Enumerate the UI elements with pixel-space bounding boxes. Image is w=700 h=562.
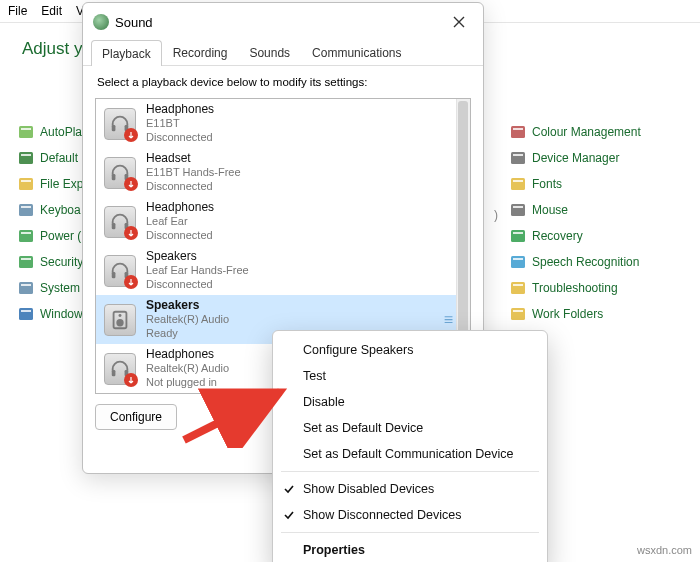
device-row-1[interactable]: Headset E11BT Hands-Free Disconnected [96, 148, 470, 197]
cpl-icon [18, 228, 34, 244]
device-subtitle: Leaf Ear Hands-Free [146, 264, 249, 278]
dialog-tabs: PlaybackRecordingSoundsCommunications [83, 39, 483, 66]
cpl-link-label: File Exp [40, 177, 83, 191]
cpl-icon [510, 176, 526, 192]
cpl-icon [510, 228, 526, 244]
configure-button[interactable]: Configure [95, 404, 177, 430]
cpl-link-right-3[interactable]: Mouse [510, 202, 641, 218]
svg-rect-3 [21, 154, 31, 156]
cpl-link-left-2[interactable]: File Exp [18, 176, 83, 192]
instruction-text: Select a playback device below to modify… [83, 66, 483, 94]
control-panel-right-column: Colour ManagementDevice ManagerFontsMous… [510, 124, 641, 322]
svg-rect-23 [513, 206, 523, 208]
svg-rect-43 [112, 369, 116, 375]
device-subtitle: E11BT Hands-Free [146, 166, 241, 180]
cpl-icon [510, 150, 526, 166]
cpl-icon [18, 306, 34, 322]
tab-sounds[interactable]: Sounds [238, 39, 301, 65]
truncated-text: ) [494, 208, 498, 222]
device-row-0[interactable]: Headphones E11BT Disconnected [96, 99, 470, 148]
cpl-link-left-3[interactable]: Keyboa [18, 202, 83, 218]
context-menu-label: Properties [303, 543, 365, 557]
context-menu-item-6[interactable]: Show Disabled Devices [273, 476, 547, 502]
svg-rect-2 [19, 152, 33, 164]
device-status: Disconnected [146, 180, 241, 194]
disconnected-badge-icon [124, 373, 138, 387]
cpl-link-right-0[interactable]: Colour Management [510, 124, 641, 140]
device-name: Headphones [146, 347, 229, 362]
svg-rect-15 [21, 310, 31, 312]
svg-rect-38 [112, 271, 116, 277]
cpl-link-right-1[interactable]: Device Manager [510, 150, 641, 166]
cpl-link-label: Speech Recognition [532, 255, 639, 269]
cpl-link-left-1[interactable]: Default [18, 150, 83, 166]
context-menu-item-7[interactable]: Show Disconnected Devices [273, 502, 547, 528]
sound-icon [93, 14, 109, 30]
dialog-titlebar[interactable]: Sound [83, 3, 483, 39]
device-row-3[interactable]: Speakers Leaf Ear Hands-Free Disconnecte… [96, 246, 470, 295]
device-status: Not plugged in [146, 376, 229, 390]
cpl-link-label: Recovery [532, 229, 583, 243]
context-menu-item-9[interactable]: Properties [273, 537, 547, 562]
device-icon [104, 108, 136, 140]
device-row-2[interactable]: Headphones Leaf Ear Disconnected [96, 197, 470, 246]
cpl-link-label: Colour Management [532, 125, 641, 139]
cpl-link-left-7[interactable]: Window [18, 306, 83, 322]
device-icon [104, 255, 136, 287]
svg-rect-28 [511, 282, 525, 294]
cpl-link-right-6[interactable]: Troubleshooting [510, 280, 641, 296]
cpl-icon [510, 280, 526, 296]
menu-edit[interactable]: Edit [41, 4, 62, 18]
context-menu-item-4[interactable]: Set as Default Communication Device [273, 441, 547, 467]
cpl-link-left-5[interactable]: Security [18, 254, 83, 270]
device-name: Speakers [146, 249, 249, 264]
context-menu-label: Configure Speakers [303, 343, 413, 357]
cpl-link-label: Keyboa [40, 203, 81, 217]
cpl-link-label: Security [40, 255, 83, 269]
svg-rect-9 [21, 232, 31, 234]
svg-rect-6 [19, 204, 33, 216]
device-status: Disconnected [146, 278, 249, 292]
cpl-icon [510, 202, 526, 218]
disconnected-badge-icon [124, 226, 138, 240]
menu-file[interactable]: File [8, 4, 27, 18]
cpl-link-right-5[interactable]: Speech Recognition [510, 254, 641, 270]
cpl-link-right-7[interactable]: Work Folders [510, 306, 641, 322]
cpl-icon [510, 306, 526, 322]
context-menu-item-3[interactable]: Set as Default Device [273, 415, 547, 441]
disconnected-badge-icon [124, 128, 138, 142]
context-menu-item-2[interactable]: Disable [273, 389, 547, 415]
tab-playback[interactable]: Playback [91, 40, 162, 66]
close-button[interactable] [445, 11, 473, 33]
svg-rect-7 [21, 206, 31, 208]
svg-rect-20 [511, 178, 525, 190]
device-subtitle: Realtek(R) Audio [146, 362, 229, 376]
cpl-link-right-2[interactable]: Fonts [510, 176, 641, 192]
hamburger-icon[interactable]: ≡ [444, 311, 452, 329]
svg-rect-11 [21, 258, 31, 260]
cpl-link-left-4[interactable]: Power ( [18, 228, 83, 244]
context-menu-label: Show Disabled Devices [303, 482, 434, 496]
device-name: Headphones [146, 200, 214, 215]
cpl-link-left-0[interactable]: AutoPla [18, 124, 83, 140]
context-menu-item-1[interactable]: Test [273, 363, 547, 389]
svg-rect-19 [513, 154, 523, 156]
device-meta: Speakers Leaf Ear Hands-Free Disconnecte… [146, 249, 249, 292]
watermark: wsxdn.com [637, 544, 692, 556]
cpl-link-left-6[interactable]: System [18, 280, 83, 296]
context-menu-item-0[interactable]: Configure Speakers [273, 337, 547, 363]
device-icon [104, 304, 136, 336]
cpl-icon [510, 124, 526, 140]
close-icon [453, 16, 465, 28]
cpl-link-label: Power ( [40, 229, 81, 243]
tab-recording[interactable]: Recording [162, 39, 239, 65]
svg-rect-14 [19, 308, 33, 320]
svg-rect-27 [513, 258, 523, 260]
context-menu: Configure SpeakersTestDisableSet as Defa… [272, 330, 548, 562]
svg-rect-4 [19, 178, 33, 190]
context-menu-label: Set as Default Communication Device [303, 447, 514, 461]
cpl-link-label: System [40, 281, 80, 295]
cpl-icon [18, 254, 34, 270]
cpl-link-right-4[interactable]: Recovery [510, 228, 641, 244]
tab-communications[interactable]: Communications [301, 39, 412, 65]
